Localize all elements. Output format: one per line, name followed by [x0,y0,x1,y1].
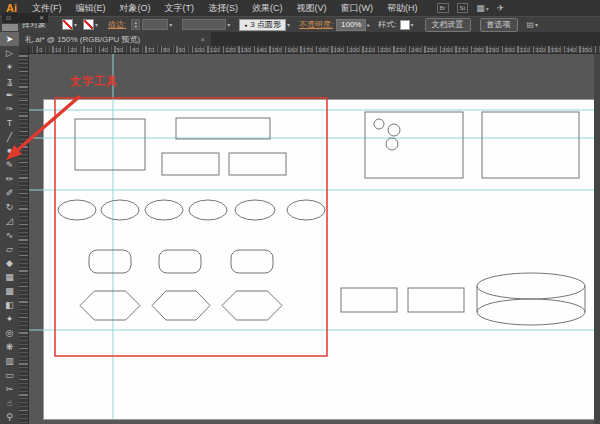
ruler-label: 0 [39,46,42,54]
document-window-controls: ⊡ ✕ [2,13,48,23]
menu-select[interactable]: 选择(S) [201,0,245,16]
selection-tool[interactable]: ➤ [0,32,19,46]
ruler-label: 280 [473,46,483,54]
width-profile-dropdown-icon[interactable]: ▾ [227,21,230,28]
bridge-icon[interactable]: Br [437,3,449,13]
stroke-dropdown-icon[interactable]: ▾ [95,21,98,28]
style-swatch[interactable] [400,20,410,30]
ruler-label: 70 [148,46,155,54]
column-graph-tool[interactable]: ▥ [0,354,19,368]
stroke-weight-input[interactable] [142,19,168,30]
ruler-label: 330 [551,46,561,54]
hand-tool[interactable]: ☝ [0,396,19,410]
shape-tool[interactable]: ⚫ [0,144,19,158]
workspace-glyph: ▦ [476,3,485,13]
document-tab[interactable]: 礼.ai* @ 150% (RGB/GPU 预览) × [19,32,211,46]
eraser-tool[interactable]: ✐ [0,186,19,200]
fill-none-swatch[interactable] [62,19,73,30]
pen-tool[interactable]: ✒ [0,88,19,102]
menu-type[interactable]: 文字(T) [158,0,202,16]
direct-selection-tool[interactable]: ▷ [0,46,19,60]
fill-dropdown-icon[interactable]: ▾ [74,21,77,28]
brush-dropdown-icon[interactable]: ▾ [287,21,290,28]
brush-definition-box[interactable]: ● 3 点圆形 [239,19,286,31]
ruler-label: 60 [132,46,139,54]
magic-wand-tool[interactable]: ✶ [0,60,19,74]
stroke-panel-link[interactable]: 描边: [108,19,126,30]
close-window-icon[interactable]: ✕ [39,13,44,23]
width-profile-dropdown[interactable] [182,19,226,30]
menu-bar: Ai 文件(F)编辑(E)对象(O)文字(T)选择(S)效果(C)视图(V)窗口… [0,0,600,16]
ruler-label: 310 [520,46,530,54]
style-dropdown-icon[interactable]: ▾ [411,21,414,28]
ruler-label: 350 [582,46,592,54]
style-label: 样式: [378,19,396,30]
gradient-tool[interactable]: ◧ [0,298,19,312]
artboard[interactable] [44,100,594,419]
menu-edit[interactable]: 编辑(E) [69,0,113,16]
artboard-tool[interactable]: ▭ [0,368,19,382]
blend-tool[interactable]: ◎ [0,326,19,340]
share-icon[interactable]: ✈ [497,3,505,13]
symbol-sprayer-tool[interactable]: ❋ [0,340,19,354]
menu-object[interactable]: 对象(O) [113,0,158,16]
paintbrush-tool[interactable]: ✎ [0,158,19,172]
vertical-ruler[interactable] [19,54,29,424]
zoom-tool[interactable]: ⚲ [0,410,19,424]
ruler-label: 50 [117,46,124,54]
line-segment-tool[interactable]: ╱ [0,130,19,144]
ruler-label: 20 [70,46,77,54]
document-tab-title: 礼.ai* @ 150% (RGB/GPU 预览) [25,34,140,45]
width-tool[interactable]: ∿ [0,228,19,242]
ruler-label: 40 [101,46,108,54]
pasteboard[interactable] [29,54,600,424]
ruler-label: 140 [256,46,266,54]
ruler-label: 240 [411,46,421,54]
panel-options-icon[interactable]: ▤ [527,20,535,29]
document-tab-bar: 礼.ai* @ 150% (RGB/GPU 预览) × [19,32,600,46]
panel-options-dropdown-icon[interactable]: ▾ [535,21,538,28]
mesh-tool[interactable]: ▩ [0,284,19,298]
document-setup-button[interactable]: 文档设置 [425,18,471,32]
ruler-label: 160 [287,46,297,54]
eyedropper-tool[interactable]: ✦ [0,312,19,326]
opacity-input[interactable]: 100% [336,19,366,31]
shape-builder-tool[interactable]: ◆ [0,256,19,270]
menu-window[interactable]: 窗口(W) [334,0,381,16]
ruler-label: 250 [427,46,437,54]
perspective-grid-tool[interactable]: ▦ [0,270,19,284]
free-transform-tool[interactable]: ▱ [0,242,19,256]
opacity-panel-link[interactable]: 不透明度: [299,19,333,30]
opacity-dropdown-icon[interactable]: ▸ [367,21,370,28]
stroke-weight-dropdown-icon[interactable]: ▾ [169,21,172,28]
curvature-tool[interactable]: ✑ [0,102,19,116]
rotate-tool[interactable]: ↻ [0,200,19,214]
pencil-tool[interactable]: ✏ [0,172,19,186]
lasso-tool[interactable]: ʓ [0,74,19,88]
tools-panel: ➤▷✶ʓ✒✑T╱⚫✎✏✐↻◿∿▱◆▦▩◧✦◎❋▥▭✂☝⚲ [0,32,19,424]
ruler-label: 130 [241,46,251,54]
annotation-label: 文字工具 [70,74,118,89]
menu-effect[interactable]: 效果(C) [245,0,290,16]
ruler-label: 120 [225,46,235,54]
stroke-none-swatch[interactable] [83,19,94,30]
workspace-switcher-icon[interactable]: ▦▾ [476,3,489,13]
tab-close-icon[interactable]: × [200,35,205,44]
preferences-button[interactable]: 首选项 [480,18,518,32]
menu-items: 文件(F)编辑(E)对象(O)文字(T)选择(S)效果(C)视图(V)窗口(W)… [25,0,425,16]
slice-tool[interactable]: ✂ [0,382,19,396]
ruler-label: 340 [566,46,576,54]
ruler-label: 170 [303,46,313,54]
scale-tool[interactable]: ◿ [0,214,19,228]
restore-window-icon[interactable]: ⊡ [6,13,11,23]
horizontal-ruler[interactable]: 0102030405060708090100110120130140150160… [29,46,600,54]
menu-help[interactable]: 帮助(H) [380,0,425,16]
type-tool[interactable]: T [0,116,19,130]
ruler-label: 200 [349,46,359,54]
stroke-weight-stepper[interactable]: ▲▼ [131,19,140,30]
ruler-label: 180 [318,46,328,54]
stock-icon[interactable]: St [457,3,469,13]
ruler-label: 80 [163,46,170,54]
brush-name: 3 点圆形 [250,19,281,30]
menu-view[interactable]: 视图(V) [290,0,334,16]
